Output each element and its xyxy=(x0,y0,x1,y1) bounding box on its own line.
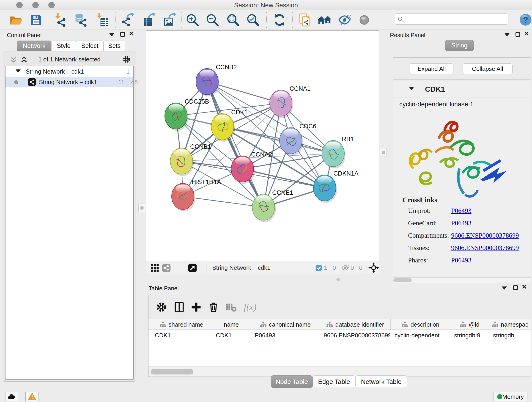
crosslink-label: Pharos: xyxy=(408,256,428,264)
results-panel-close-icon[interactable]: ✕ xyxy=(524,32,529,36)
birdseye-view-icon[interactable] xyxy=(188,263,197,273)
bottom-splitter-handle[interactable] xyxy=(336,278,340,281)
grid-view-icon[interactable] xyxy=(150,263,159,273)
table-cell[interactable]: stringdb xyxy=(489,332,531,339)
table-panel-close-icon[interactable]: ✕ xyxy=(522,285,527,289)
network-node-RB1[interactable]: RB1 xyxy=(322,136,354,168)
table-cell[interactable]: stringdb:9... xyxy=(450,332,489,339)
save-session-button[interactable] xyxy=(29,13,43,27)
results-panel-collapse-icon[interactable] xyxy=(505,33,510,36)
gene-description: cyclin-dependent kinase 1 xyxy=(399,101,474,108)
open-session-button[interactable] xyxy=(9,13,23,27)
table-cell[interactable]: CDK1 xyxy=(151,332,212,339)
import-table-button[interactable] xyxy=(95,13,109,27)
zoom-in-button[interactable] xyxy=(186,13,199,27)
table-cell[interactable]: cyclin-dependent ... xyxy=(390,332,450,339)
tab-string[interactable]: String xyxy=(445,40,474,51)
table-cell[interactable]: P06493 xyxy=(251,332,320,339)
column-header-canonical-name[interactable]: canonical name xyxy=(251,319,320,330)
refresh-view-button[interactable] xyxy=(273,13,286,27)
network-node-CDKN1A[interactable]: CDKN1A xyxy=(313,170,359,203)
add-column-icon[interactable] xyxy=(190,301,202,313)
results-panel-float-icon[interactable] xyxy=(515,32,520,37)
clone-network-button[interactable] xyxy=(298,13,311,27)
network-options-gear-icon[interactable] xyxy=(122,55,131,64)
tab-node-table[interactable]: Node Table xyxy=(271,375,313,388)
zoom-out-button[interactable] xyxy=(206,13,219,27)
table-cell[interactable]: CDK1 xyxy=(212,332,251,339)
network-node-CCNA1[interactable]: CCNA1 xyxy=(270,85,311,118)
inspect-mode-button[interactable] xyxy=(357,13,371,27)
cloud-button[interactable] xyxy=(5,392,18,401)
crosslink-link[interactable]: P06493 xyxy=(451,219,472,227)
network-node-CCNB1[interactable]: CCNB1 xyxy=(170,143,211,176)
node-label-CDC25B: CDC25B xyxy=(185,98,209,105)
column-header--id[interactable]: @id xyxy=(450,319,489,330)
network-edge-CCNB2-CCNE1[interactable] xyxy=(207,82,264,207)
tab-network-table[interactable]: Network Table xyxy=(355,375,407,388)
network-tree-network-row[interactable]: String Network – cdk1 11 48 xyxy=(6,77,133,87)
expand-all-button[interactable]: Expand All xyxy=(410,64,453,74)
right-splitter-handle[interactable] xyxy=(380,148,387,157)
table-panel-float-icon[interactable] xyxy=(513,285,518,290)
memory-button[interactable]: Memory xyxy=(494,392,527,401)
show-columns-icon[interactable] xyxy=(173,301,185,313)
zoom-selected-button[interactable] xyxy=(246,13,260,27)
crosslink-link[interactable]: 9606.ENSP00000378699 xyxy=(451,232,519,239)
control-panel-collapse-icon[interactable] xyxy=(109,33,114,36)
control-panel-close-icon[interactable]: ✕ xyxy=(129,32,134,36)
export-image-button[interactable] xyxy=(163,13,177,27)
gene-result-card: CDK1 cyclin-dependent kinase 1 CrossLink… xyxy=(393,81,531,276)
tab-edge-table[interactable]: Edge Table xyxy=(313,375,355,388)
tab-network[interactable]: Network xyxy=(17,41,51,51)
search-input[interactable] xyxy=(406,15,505,23)
column-header-namespac[interactable]: namespac xyxy=(489,319,531,330)
crosslink-link[interactable]: P06493 xyxy=(451,256,472,264)
network-canvas[interactable]: CCNB2CCNA1CDC25BCDK1CDC6RB1CCNB1CCNA2CDK… xyxy=(146,31,379,261)
column-header-database-identifier[interactable]: database identifier xyxy=(320,319,390,330)
import-network-database-button[interactable] xyxy=(74,13,88,27)
network-node-CDK1[interactable]: CDK1 xyxy=(211,109,248,142)
table-horizontal-scrollbar[interactable] xyxy=(148,366,531,376)
network-node-CCNB2[interactable]: CCNB2 xyxy=(196,64,237,96)
network-tree-collection-row[interactable]: String Network – cdk1 1 xyxy=(6,66,133,77)
left-splitter-handle[interactable] xyxy=(138,204,145,212)
table-options-gear-icon[interactable] xyxy=(155,301,167,313)
selected-checkbox-icon[interactable] xyxy=(315,264,322,271)
tree-expander-icon[interactable] xyxy=(16,70,21,73)
warnings-button[interactable] xyxy=(25,392,38,401)
search-field[interactable] xyxy=(395,13,508,25)
export-table-button[interactable] xyxy=(143,13,156,27)
export-network-button[interactable] xyxy=(121,13,135,27)
tab-style[interactable]: Style xyxy=(51,41,76,51)
tab-select[interactable]: Select xyxy=(76,41,104,51)
column-header-description[interactable]: description xyxy=(390,319,450,330)
hide-panels-button[interactable] xyxy=(337,13,351,27)
delete-column-icon[interactable] xyxy=(208,301,220,313)
node-label-CCNE1: CCNE1 xyxy=(272,189,293,196)
string-network-graph[interactable]: CCNB2CCNA1CDC25BCDK1CDC6RB1CCNB1CCNA2CDK… xyxy=(146,31,379,261)
tab-sets[interactable]: Sets xyxy=(104,41,125,51)
table-row[interactable]: CDK1CDK1P064939606.ENSP00000378699cyclin… xyxy=(148,330,531,341)
network-node-CDC25B[interactable]: CDC25B xyxy=(165,98,209,131)
table-cell[interactable]: 9606.ENSP00000378699 xyxy=(320,332,390,339)
control-panel-float-icon[interactable] xyxy=(120,32,125,37)
fit-selected-crosshair-icon[interactable] xyxy=(368,262,379,273)
network-node-CDC6[interactable]: CDC6 xyxy=(279,123,317,156)
crosslink-link[interactable]: P06493 xyxy=(451,207,472,215)
column-header-name[interactable]: name xyxy=(212,319,251,330)
network-node-HIST1H1A[interactable]: HIST1H1A xyxy=(172,179,221,211)
help-button[interactable] xyxy=(519,13,532,26)
network-node-CCNE1[interactable]: CCNE1 xyxy=(252,189,293,222)
crosslink-link[interactable]: 9606.ENSP00000378699 xyxy=(451,244,519,252)
gene-card-header[interactable]: CDK1 xyxy=(393,81,531,97)
zoom-fit-button[interactable] xyxy=(226,13,240,27)
share-view-icon[interactable] xyxy=(162,263,171,273)
collapse-all-button[interactable]: Collapse All xyxy=(462,64,513,74)
column-header-shared-name[interactable]: shared name xyxy=(151,319,212,330)
gene-card-expander-icon[interactable] xyxy=(409,87,414,90)
string-home-button[interactable] xyxy=(317,13,331,27)
results-scrollbar[interactable] xyxy=(393,277,531,283)
table-panel-collapse-icon[interactable] xyxy=(502,287,507,290)
import-network-button[interactable] xyxy=(54,13,67,27)
